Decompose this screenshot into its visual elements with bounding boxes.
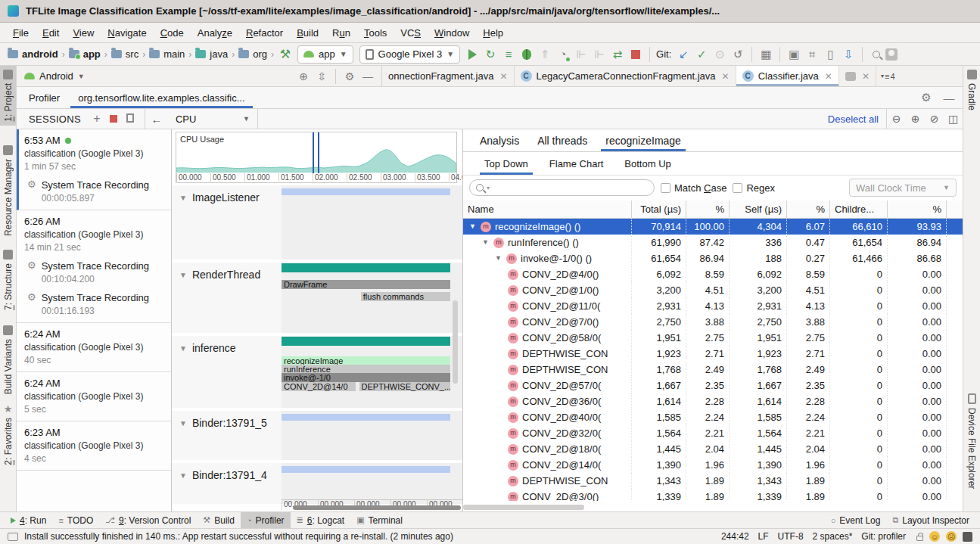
expand-sessions-icon[interactable] <box>122 113 138 125</box>
thread-name[interactable]: ▼Binder:13791_5 <box>179 417 267 429</box>
sdk-manager-button[interactable]: ⇩ <box>839 45 857 64</box>
thread-name[interactable]: ▼Binder:13791_4 <box>179 469 267 481</box>
hidden-editor-tab[interactable]: ✕ <box>839 66 876 86</box>
recording-item[interactable]: ⚙System Trace Recording00:01:16.193 <box>24 292 165 316</box>
virtual-device-button[interactable]: ▯ <box>821 45 839 64</box>
toolwindow-button-6-logcat[interactable]: ≣6: Logcat <box>291 512 351 528</box>
profile-button[interactable]: ◔ <box>554 45 572 64</box>
column-header-6[interactable]: % <box>888 201 947 218</box>
trace-event-bar[interactable]: DEPTHWISE_CONV_... <box>359 382 450 391</box>
sidebar-item-resource-manager[interactable]: Resource Manager <box>0 141 16 240</box>
editor-tab[interactable]: onnectionFragment.java✕ <box>382 66 515 86</box>
toolwindow-button-build[interactable]: ⚒Build <box>197 512 241 528</box>
recording-item[interactable]: ⚙System Trace Recording00:00:05.897 <box>24 179 165 204</box>
toolwindow-button-event-log[interactable]: ○Event Log <box>825 512 887 528</box>
match-case-checkbox[interactable]: Match Case <box>661 182 726 194</box>
trace-event-bar[interactable]: flush commands <box>361 292 450 301</box>
sad-face-icon[interactable]: ☹ <box>946 531 957 542</box>
editor-tab[interactable]: CClassifier.java✕ <box>736 66 839 86</box>
session-item[interactable]: 6:53 AMclassification (Google Pixel 3)1 … <box>17 129 171 210</box>
selection-handle-left[interactable] <box>313 132 314 173</box>
git-commit-button[interactable]: ✓ <box>692 45 711 64</box>
table-row[interactable]: mCONV_2D@3/0()1,3391.891,3391.8900.00 <box>463 489 963 501</box>
attach-debugger-to-process-icon[interactable]: ⊩ <box>590 45 608 64</box>
breadcrumb-src[interactable]: src <box>110 48 140 60</box>
stop-session-icon[interactable] <box>105 113 122 125</box>
statusbar-item-2-spaces-[interactable]: 2 spaces* <box>808 531 857 542</box>
profiler-window-label[interactable]: Profiler <box>17 92 70 104</box>
thread-name[interactable]: ▼RenderThread <box>179 269 260 281</box>
table-row[interactable]: mCONV_2D@14/0(1,3901.961,3901.9600.00 <box>463 457 963 473</box>
thread-name[interactable]: ▼inference <box>179 342 236 354</box>
table-row[interactable]: mCONV_2D@40/0(1,5852.241,5852.2400.00 <box>463 409 963 425</box>
menu-window[interactable]: Window <box>428 24 476 42</box>
breadcrumb-main[interactable]: main <box>148 48 186 60</box>
subtab-bottom-up[interactable]: Bottom Up <box>614 152 681 175</box>
column-header-1[interactable]: Total (µs) <box>632 201 686 218</box>
table-row[interactable]: mCONV_2D@32/0(1,5642.211,5642.2100.00 <box>463 425 963 441</box>
sidebar-item-1-project[interactable]: 1: Project <box>0 66 16 126</box>
table-row[interactable]: mCONV_2D@11/0(2,9314.132,9314.1300.00 <box>463 298 963 314</box>
running-devices-button[interactable]: ▣ <box>785 45 803 64</box>
table-row[interactable]: mDEPTHWISE_CON1,9232.711,9232.7100.00 <box>463 346 963 362</box>
locate-file-icon[interactable]: ⊕ <box>294 70 313 82</box>
zoom-out-icon[interactable]: ⊖ <box>887 113 906 125</box>
cpu-usage-chart[interactable]: CPU Usage 00.00000.50001.00001.50002.000… <box>176 132 457 183</box>
close-icon[interactable]: ✕ <box>825 71 832 82</box>
table-row[interactable]: mCONV_2D@18/0(1,4452.041,4452.0400.00 <box>463 441 963 457</box>
menu-navigate[interactable]: Navigate <box>101 24 153 42</box>
statusbar-item-lf[interactable]: LF <box>754 531 773 542</box>
git-history-icon[interactable]: ⊙ <box>711 45 729 64</box>
session-item[interactable]: 6:24 AMclassification (Google Pixel 3)40… <box>17 323 171 372</box>
lock-icon[interactable] <box>916 536 923 541</box>
selection-handle-right[interactable] <box>318 132 319 173</box>
session-item[interactable]: 6:26 AMclassification (Google Pixel 3)14… <box>17 210 171 323</box>
attach-profiler-icon[interactable]: ⊩ <box>572 45 590 64</box>
statusbar-toggle-icon[interactable] <box>8 533 18 541</box>
sidebar-item-7-structure[interactable]: 7: Structure <box>0 246 16 314</box>
thread-track[interactable] <box>282 185 450 260</box>
reset-zoom-icon[interactable]: ⊘ <box>925 113 944 125</box>
search-history-chevron-icon[interactable]: ▾ <box>487 185 490 191</box>
breadcrumb-org[interactable]: org <box>237 48 269 60</box>
thread-track[interactable]: recognizeImagerunInferenceinvoke@-1/0CON… <box>282 336 450 408</box>
column-header-5[interactable]: Childre... <box>830 201 888 218</box>
trace-event-bar[interactable]: DrawFrame <box>282 280 450 289</box>
toolwindow-button-9-version-control[interactable]: ⎇9: Version Control <box>99 512 197 528</box>
statusbar-item-utf-8[interactable]: UTF-8 <box>773 531 808 542</box>
project-structure-button[interactable]: ▦ <box>757 45 775 64</box>
gear-icon[interactable]: ⚙ <box>917 89 935 107</box>
zoom-in-icon[interactable]: ⊕ <box>906 113 925 125</box>
run-button[interactable] <box>463 45 481 64</box>
vertical-scrollbar[interactable] <box>453 300 458 384</box>
sync-project-icon[interactable]: ⇄ <box>608 45 627 64</box>
project-view-selector[interactable]: Android <box>39 70 73 82</box>
apply-changes-restart-button[interactable]: ↻ <box>481 45 499 64</box>
sidebar-item-device-file-explorer[interactable]: Device File Explorer <box>963 390 980 493</box>
tabs-overflow-button[interactable]: ▾≡4 <box>876 66 900 86</box>
editor-tab[interactable]: CLegacyCameraConnectionFragment.java✕ <box>515 66 736 86</box>
run-config-select[interactable]: app ▼ <box>297 45 353 64</box>
close-icon[interactable]: ✕ <box>722 71 730 82</box>
menu-help[interactable]: Help <box>476 24 510 42</box>
clock-type-select[interactable]: Wall Clock Time ▼ <box>849 179 957 197</box>
sidebar-item-gradle[interactable]: Gradle <box>963 66 980 114</box>
thread-track[interactable]: DrawFrameflush commands <box>282 263 450 333</box>
profile-avatar[interactable] <box>885 48 898 61</box>
menu-file[interactable]: File <box>6 24 36 42</box>
table-row[interactable]: mCONV_2D@1/0()3,2004.513,2004.5100.00 <box>463 282 963 298</box>
breadcrumb-app[interactable]: app <box>67 48 102 60</box>
menu-edit[interactable]: Edit <box>36 24 66 42</box>
expand-icon[interactable]: ▼ <box>469 219 477 235</box>
subtab-flame-chart[interactable]: Flame Chart <box>539 152 614 175</box>
horizontal-scrollbar[interactable] <box>293 505 461 510</box>
table-row[interactable]: mCONV_2D@58/0(1,9512.751,9512.7500.00 <box>463 330 963 346</box>
toolwindow-button-todo[interactable]: ≡TODO <box>52 512 99 528</box>
expand-icon[interactable]: ▼ <box>482 235 490 250</box>
apply-code-changes-button[interactable]: ≡ <box>499 45 518 64</box>
statusbar-item-244-42[interactable]: 244:42 <box>717 531 754 542</box>
menu-vcs[interactable]: VCS <box>394 24 428 42</box>
device-select[interactable]: Google Pixel 3 ▼ <box>359 45 460 64</box>
breadcrumb-android[interactable]: android <box>6 48 60 60</box>
thread-name[interactable]: ▼ImageListener <box>179 191 260 204</box>
